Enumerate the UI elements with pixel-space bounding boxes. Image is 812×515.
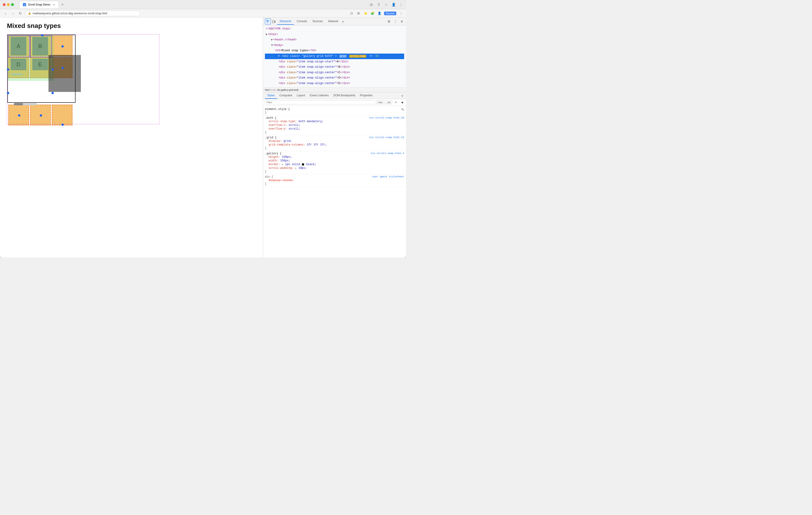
star-icon[interactable]: ☆	[384, 2, 388, 7]
tab-computed[interactable]: Computed	[277, 92, 294, 99]
item-a-line[interactable]: <div class="item snap-align-start">A</di…	[265, 59, 404, 65]
css-close-element: }	[265, 111, 404, 114]
bookmark-icon[interactable]: ⭐	[363, 11, 368, 16]
tab-layout[interactable]: Layout	[294, 92, 308, 99]
element-picker-icon[interactable]	[265, 19, 271, 25]
css-source-gallery[interactable]: css-scroll-snap.html:4	[371, 152, 404, 155]
reload-button[interactable]: ↻	[18, 10, 23, 16]
devtools-tab-bar: Elements Console Sources Network » ⚙ ⋮ ✕	[263, 18, 406, 25]
url-bar[interactable]: 🔒 mathiasbynens.github.io/css-dbg-storie…	[25, 10, 140, 16]
tab-properties[interactable]: Properties	[358, 92, 375, 99]
html-open-line[interactable]: ▶<html>	[265, 32, 404, 37]
more-tabs-button[interactable]: »	[342, 20, 344, 23]
css-source-grid[interactable]: css-scroll-snap.html:15	[369, 136, 404, 139]
hov-button[interactable]: :hov	[376, 100, 384, 105]
tab-network[interactable]: Network	[325, 18, 341, 25]
lock-icon: 🔒	[28, 12, 31, 15]
head-line[interactable]: ▶<head>…</head>	[265, 37, 404, 43]
tab-event-listeners[interactable]: Event Listeners	[308, 92, 331, 99]
item-d-line[interactable]: <div class="item snap-align-center">D</d…	[265, 75, 404, 81]
minimize-button[interactable]	[7, 3, 10, 6]
grid-icon[interactable]: ⊞	[356, 11, 361, 16]
css-prop-overflow-y: overflow-y: scroll;	[265, 127, 404, 131]
div-gallery-line[interactable]: … ▼ <div class= "gallery grid both" > gr…	[265, 54, 404, 59]
item-e-line[interactable]: <div class="item snap-align-center">E</d…	[265, 81, 404, 86]
extensions-icon[interactable]: ⠿	[376, 2, 381, 7]
address-bar: ‹ › ↻ 🔒 mathiasbynens.github.io/css-dbg-…	[0, 9, 406, 18]
styles-tabs: Styles Computed Layout Event Listeners D…	[263, 92, 406, 99]
grid-item-f	[52, 57, 72, 78]
close-button[interactable]	[3, 3, 5, 6]
grid-item-b: B	[30, 35, 51, 56]
address-actions: ⊡ ⊞ ⭐ 🧩 👤 Paused ⋮	[349, 11, 403, 16]
page-title: Mixed snap types	[7, 22, 256, 30]
tab-favicon: S	[23, 3, 26, 6]
filter-pseudo: :hov .cls	[376, 100, 392, 105]
css-rule-both: .both { css-scroll-snap.html:29 scroll-s…	[263, 115, 406, 135]
tab-title: Scroll Snap Demo	[28, 3, 50, 6]
doctype-line[interactable]: <!DOCTYPE html>	[265, 26, 404, 32]
blue-dot-h	[40, 114, 42, 117]
h3-line[interactable]: <h3>Mixed snap types</h3>	[265, 48, 404, 54]
styles-content: element.style { AA } .both { css-scroll-…	[263, 106, 406, 258]
cast-icon[interactable]: ⊟	[369, 2, 374, 7]
close-devtools-icon[interactable]: ✕	[400, 19, 404, 24]
menu-icon[interactable]: ⋮	[399, 2, 403, 7]
devtools-header-icons: ⚙ ⋮ ✕	[386, 19, 404, 24]
screen-cast-icon[interactable]: ⊡	[349, 11, 354, 16]
grid-item-e: E	[30, 57, 51, 78]
paused-button[interactable]: Paused	[384, 11, 396, 15]
breadcrumb-sep-1: body	[271, 88, 276, 91]
blue-dot-f	[61, 67, 64, 69]
css-rule-grid: .grid { css-scroll-snap.html:15 display:…	[263, 135, 406, 151]
filter-input[interactable]	[265, 100, 375, 105]
color-swatch-black[interactable]	[302, 163, 304, 166]
css-prop-height: height: 150px;	[265, 155, 404, 159]
account-icon[interactable]: 👤	[377, 11, 382, 16]
new-tab-button[interactable]: +	[60, 2, 65, 7]
styles-tab-more[interactable]: »	[401, 92, 404, 99]
outer-dashed-overlay	[7, 34, 160, 124]
breadcrumb-html[interactable]: html	[265, 88, 270, 91]
devtools-menu-icon[interactable]: ⋮	[393, 19, 398, 24]
css-prop-display: display: grid;	[265, 139, 404, 143]
toggle-arrows-button[interactable]: ◀	[400, 100, 404, 105]
profile-icon[interactable]: 👤	[391, 2, 396, 7]
tab-elements[interactable]: Elements	[277, 18, 294, 25]
item-c-line[interactable]: <div class="item snap-align-center">C</d…	[265, 70, 404, 76]
css-prop-display-ua: display: block;	[265, 178, 404, 182]
main-area: Mixed snap types A	[0, 18, 406, 258]
device-toolbar-icon[interactable]	[271, 19, 277, 25]
tab-sources[interactable]: Sources	[310, 18, 325, 25]
item-label-b: B	[32, 37, 48, 55]
extension-icon[interactable]: 🧩	[370, 11, 375, 16]
forward-button[interactable]: ›	[10, 10, 16, 16]
tab-close-button[interactable]: ✕	[52, 3, 55, 6]
item-b-line[interactable]: <div class="item snap-align-center">B</d…	[265, 64, 404, 70]
css-prop-scroll-snap-type: scroll-snap-type: both mandatory;	[265, 120, 404, 123]
css-rule-div-ua: div { user agent stylesheet display: blo…	[263, 174, 406, 187]
css-prop-grid-template-columns: grid-template-columns: 1fr 1fr 1fr;	[265, 143, 404, 147]
more-icon[interactable]: ⋮	[399, 11, 403, 16]
css-rule-element-style: element.style { AA }	[263, 107, 406, 115]
tab-dom-breakpoints[interactable]: DOM Breakpoints	[331, 92, 358, 99]
breadcrumb-div[interactable]: div.gallery.grid.both	[277, 88, 299, 91]
tab-styles[interactable]: Styles	[265, 92, 277, 99]
css-source-both[interactable]: css-scroll-snap.html:29	[369, 116, 404, 120]
tab-console[interactable]: Console	[294, 18, 310, 25]
item-label-d: D	[11, 59, 26, 70]
back-button[interactable]: ‹	[3, 10, 8, 16]
cls-button[interactable]: .cls	[385, 100, 393, 105]
settings-icon[interactable]: ⚙	[386, 19, 391, 24]
blue-dot-bottom-right	[52, 92, 54, 94]
body-line[interactable]: ▼<body>	[265, 43, 404, 48]
css-source-ua: user agent stylesheet	[372, 175, 404, 178]
add-style-button[interactable]: +	[394, 100, 398, 105]
browser-tab[interactable]: S Scroll Snap Demo ✕	[20, 1, 59, 8]
html-tree: <!DOCTYPE html> ▶<html> ▶<head>…</head> …	[263, 25, 406, 88]
css-prop-width: width: 150px;	[265, 159, 404, 163]
webpage: Mixed snap types A	[0, 18, 263, 258]
font-size-control[interactable]: AA	[401, 108, 404, 111]
maximize-button[interactable]	[11, 3, 14, 6]
css-close-both: }	[265, 131, 404, 134]
